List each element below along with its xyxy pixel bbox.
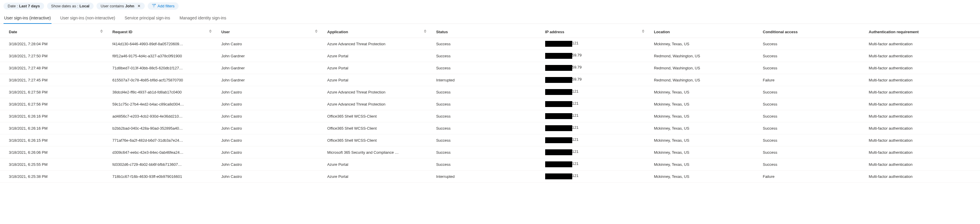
filters-bar: Date : Last 7 days Show dates as : Local…: [0, 0, 980, 13]
cell-location: Redmond, Washington, US: [651, 50, 759, 62]
cell-status: Success: [433, 159, 541, 170]
tab-managed-identity-signins[interactable]: Managed identity sign-ins: [179, 13, 227, 24]
cell-ip: 121: [542, 110, 651, 122]
cell-auth-req: Multi-factor authentication: [865, 62, 980, 74]
filter-show-dates[interactable]: Show dates as : Local: [47, 3, 94, 10]
cell-request-id: fd3302d6-c729-4b02-bb6f-bfbb713607…: [109, 159, 218, 170]
cell-conditional-access: Success: [759, 110, 865, 122]
sort-icon[interactable]: [100, 30, 103, 33]
col-header-user[interactable]: User: [218, 24, 324, 38]
sort-icon[interactable]: [315, 30, 318, 33]
tab-user-signins-noninteractive[interactable]: User sign-ins (non-interactive): [60, 13, 116, 24]
table-row[interactable]: 3/18/2021, 7:27:48 PM71d8bed7-013f-40bb-…: [0, 62, 980, 74]
tab-label: Service principal sign-ins: [124, 16, 170, 20]
sort-icon[interactable]: [209, 30, 212, 33]
table-row[interactable]: 3/18/2021, 6:26:16 PMad4856c7-e203-4cb2-…: [0, 110, 980, 122]
col-header-location[interactable]: Location: [651, 24, 759, 38]
add-filters-label: Add filters: [158, 4, 175, 8]
tabs: User sign-ins (interactive) User sign-in…: [0, 13, 980, 24]
table-row[interactable]: 3/18/2021, 7:28:04 PMf414d130-6446-4993-…: [0, 38, 980, 50]
cell-ip: 121: [542, 122, 651, 134]
cell-status: Success: [433, 86, 541, 98]
cell-auth-req: Multi-factor authentication: [865, 122, 980, 134]
cell-location: Mckinney, Texas, US: [651, 98, 759, 110]
col-header-label: Status: [436, 30, 448, 34]
col-header-ip[interactable]: IP address: [542, 24, 651, 38]
filter-icon: [152, 3, 156, 8]
cell-conditional-access: Failure: [759, 74, 865, 86]
ip-suffix: 121: [572, 161, 579, 167]
cell-request-id: 38dcd4e2-ff8c-4937-ab1d-fd8ab17c0400: [109, 86, 218, 98]
cell-user: John Castro: [218, 110, 324, 122]
tab-label: User sign-ins (non-interactive): [60, 16, 115, 20]
cell-auth-req: Multi-factor authentication: [865, 170, 980, 183]
cell-status: Success: [433, 134, 541, 146]
cell-user: John Castro: [218, 122, 324, 134]
add-filters-button[interactable]: Add filters: [148, 2, 179, 10]
ip-suffix: 121: [572, 173, 579, 180]
redacted-ip-prefix: [545, 149, 572, 155]
table-row[interactable]: 3/18/2021, 7:27:50 PMf8f12a46-9175-4d4c-…: [0, 50, 980, 62]
cell-status: Success: [433, 110, 541, 122]
sort-icon[interactable]: [424, 30, 426, 33]
close-icon[interactable]: ✕: [137, 4, 141, 8]
cell-date: 3/18/2021, 6:26:16 PM: [0, 122, 109, 134]
cell-application: Azure Portal: [324, 50, 433, 62]
tab-user-signins-interactive[interactable]: User sign-ins (interactive): [3, 13, 51, 24]
col-header-date[interactable]: Date: [0, 24, 109, 38]
cell-conditional-access: Success: [759, 159, 865, 170]
cell-user: John Castro: [218, 159, 324, 170]
cell-request-id: 59c1c75c-27b4-4ed2-b4ac-c89ca8d304…: [109, 98, 218, 110]
table-row[interactable]: 3/18/2021, 6:25:55 PMfd3302d6-c729-4b02-…: [0, 159, 980, 170]
table-row[interactable]: 3/18/2021, 7:27:45 PM615507a7-0c78-4b85-…: [0, 74, 980, 86]
cell-status: Success: [433, 146, 541, 159]
cell-location: Redmond, Washington, US: [651, 74, 759, 86]
cell-date: 3/18/2021, 7:27:48 PM: [0, 62, 109, 74]
redacted-ip-prefix: [545, 77, 572, 83]
col-header-status[interactable]: Status: [433, 24, 541, 38]
table-row[interactable]: 3/18/2021, 6:25:38 PM718b1c67-f16b-4630-…: [0, 170, 980, 183]
tab-service-principal-signins[interactable]: Service principal sign-ins: [124, 13, 171, 24]
cell-user: John Castro: [218, 134, 324, 146]
cell-status: Success: [433, 98, 541, 110]
cell-location: Mckinney, Texas, US: [651, 86, 759, 98]
col-header-request-id[interactable]: Request ID: [109, 24, 218, 38]
cell-auth-req: Multi-factor authentication: [865, 159, 980, 170]
cell-application: Office365 Shell WCSS-Client: [324, 122, 433, 134]
col-header-label: Date: [9, 30, 17, 34]
table-row[interactable]: 3/18/2021, 6:26:06 PMd309c647-eebc-42e3-…: [0, 146, 980, 159]
cell-conditional-access: Success: [759, 38, 865, 50]
sort-icon[interactable]: [642, 30, 644, 33]
cell-conditional-access: Success: [759, 50, 865, 62]
cell-ip: 121: [542, 170, 651, 183]
redacted-ip-prefix: [545, 125, 572, 131]
redacted-ip-prefix: [545, 65, 572, 71]
cell-user: John Castro: [218, 170, 324, 183]
cell-ip: 121: [542, 146, 651, 159]
tab-label: User sign-ins (interactive): [4, 16, 51, 20]
filter-user[interactable]: User contains John ✕: [97, 3, 145, 10]
cell-ip: 121: [542, 159, 651, 170]
cell-user: John Castro: [218, 38, 324, 50]
col-header-auth-req[interactable]: Authentication requirement: [865, 24, 980, 38]
cell-status: Success: [433, 50, 541, 62]
table-row[interactable]: 3/18/2021, 6:26:15 PM771af76e-6a2f-482d-…: [0, 134, 980, 146]
redacted-ip-prefix: [545, 137, 572, 143]
table-row[interactable]: 3/18/2021, 6:27:58 PM38dcd4e2-ff8c-4937-…: [0, 86, 980, 98]
cell-application: Azure Advanced Threat Protection: [324, 86, 433, 98]
cell-auth-req: Multi-factor authentication: [865, 50, 980, 62]
ip-suffix: 121: [572, 125, 579, 131]
filter-date[interactable]: Date : Last 7 days: [3, 3, 44, 10]
table-row[interactable]: 3/18/2021, 6:26:16 PMb2bb2bad-040c-428a-…: [0, 122, 980, 134]
table-row[interactable]: 3/18/2021, 6:27:56 PM59c1c75c-27b4-4ed2-…: [0, 98, 980, 110]
filter-show-dates-value: Local: [80, 4, 89, 8]
redacted-ip-prefix: [545, 41, 572, 47]
cell-auth-req: Multi-factor authentication: [865, 134, 980, 146]
cell-ip: 121: [542, 38, 651, 50]
cell-conditional-access: Success: [759, 146, 865, 159]
cell-request-id: d309c647-eebc-42e3-84ec-0ab46fea24…: [109, 146, 218, 159]
col-header-application[interactable]: Application: [324, 24, 433, 38]
cell-ip: 121: [542, 98, 651, 110]
col-header-conditional-access[interactable]: Conditional access: [759, 24, 865, 38]
ip-suffix: 121: [572, 41, 579, 47]
